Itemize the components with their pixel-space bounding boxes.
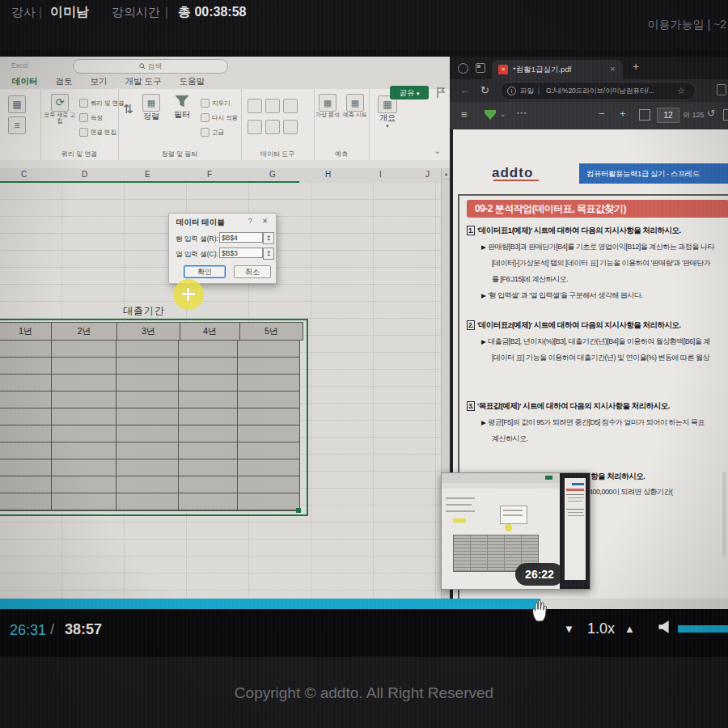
filter-button[interactable]: 필터	[168, 94, 196, 120]
page-view-icon[interactable]	[723, 109, 728, 121]
advanced-label: 고급	[212, 129, 224, 137]
tab-actions-inner	[477, 65, 480, 68]
close-tab-icon[interactable]: ✕	[610, 60, 616, 79]
viewer-logo-caret-icon[interactable]: ⌄	[500, 110, 506, 118]
column-header-g[interactable]: G	[269, 170, 276, 179]
pdf-bullet: ▶'행 입력셀' 과 '열 입력셀'을 구분해서 생각해 봅시다.	[481, 290, 642, 301]
back-icon[interactable]: ←	[459, 84, 470, 96]
sort-button[interactable]: ▦ 정렬	[138, 94, 165, 121]
header-3yr: 3년	[117, 322, 180, 341]
sort-asc-desc-icon[interactable]: ⇅	[123, 102, 133, 116]
mini-dialog-line	[503, 514, 523, 516]
data-validation-icon[interactable]	[248, 120, 262, 134]
progress-bar[interactable]	[0, 599, 728, 609]
ribbon-group-getdata: ▦ ≡	[0, 89, 41, 160]
seek-preview-time: 26:22	[515, 563, 564, 586]
consolidate-icon[interactable]	[265, 120, 280, 134]
mini-row	[446, 497, 475, 499]
remove-duplicates-icon[interactable]	[283, 99, 298, 113]
flag-icon[interactable]	[437, 87, 446, 98]
flash-fill-icon[interactable]	[265, 99, 280, 113]
new-tab-icon[interactable]: +	[633, 60, 639, 73]
close-icon[interactable]: ✕	[262, 217, 268, 225]
row-input-cell-field[interactable]	[219, 232, 263, 243]
pdf-toolbar: ≡ ⌄ ⋯ − + 12 의 125 ↺	[450, 102, 728, 130]
from-table-icon[interactable]: ≡	[8, 116, 26, 134]
outline-button[interactable]: ▦ 개요 ▾	[370, 95, 405, 129]
profile-icon[interactable]	[717, 84, 726, 95]
volume-bar[interactable]	[678, 625, 728, 633]
loan-table-header: 1년 2년 3년 4년 5년	[0, 322, 303, 341]
queries-icon	[79, 99, 88, 108]
relationships-icon[interactable]	[283, 120, 298, 134]
speaker-icon[interactable]	[655, 619, 671, 635]
grid-line	[51, 341, 52, 510]
excel-search-box[interactable]: 검색	[73, 59, 228, 74]
share-label: 공유	[399, 88, 414, 97]
read-aloud-icon[interactable]	[458, 63, 468, 74]
fill-handle[interactable]	[296, 508, 301, 513]
range-picker-icon[interactable]: ↥	[263, 248, 274, 260]
address-bar[interactable]: i 파일 | G:/내%20드라이브/이미남컴퓨터/... ☆	[500, 82, 696, 100]
get-data-icon[interactable]: ▦	[8, 95, 26, 113]
page-number-field[interactable]: 12	[657, 108, 679, 123]
pdf-item-2: 2.'데이터표2(예제)' 시트에 대하여 다음의 지시사항을 처리하시오.	[467, 320, 681, 331]
address-scheme: 파일	[520, 83, 534, 99]
mini-text-line	[568, 497, 584, 498]
info-icon[interactable]: i	[507, 87, 516, 95]
sort-label: 정렬	[138, 112, 165, 121]
pdf-partial-line: 항을 처리하시오.	[590, 472, 645, 482]
zoom-out-icon[interactable]: −	[599, 108, 605, 120]
sort-icon: ▦	[142, 94, 160, 112]
instructor-label: 강사	[11, 5, 36, 20]
tab-actions-icon[interactable]	[476, 63, 485, 73]
share-button[interactable]: 공유 ▾	[390, 86, 429, 99]
column-header-h[interactable]: H	[325, 170, 331, 179]
rotate-icon[interactable]: ↺	[707, 108, 715, 119]
pdf-scrollbar[interactable]	[722, 472, 726, 557]
column-header-j[interactable]: J	[425, 170, 430, 179]
col-input-cell-field[interactable]	[219, 248, 263, 258]
refresh-all-button[interactable]: ⟳ 모두 새로 고침	[42, 94, 78, 125]
edit-links-button[interactable]: 연결 편집	[79, 128, 116, 137]
column-header-f[interactable]: F	[207, 170, 212, 179]
what-if-analysis-button[interactable]: ▦ 가상 분석	[314, 94, 341, 118]
ok-button[interactable]: 확인	[184, 265, 226, 278]
properties-button[interactable]: 속성	[79, 113, 103, 122]
what-if-icon: ▦	[319, 94, 336, 112]
more-options-icon[interactable]: ⋯	[516, 107, 527, 119]
column-header-d[interactable]: D	[82, 170, 87, 179]
player-controls: 26:31 / 38:57 ▼ 1.0x ▲	[0, 609, 728, 657]
text-to-columns-icon[interactable]	[248, 99, 262, 113]
column-header-e[interactable]: E	[145, 170, 150, 179]
page-total-label: 의 125	[683, 110, 705, 121]
bullet-icon: ▶	[481, 419, 485, 426]
advanced-filter-button[interactable]: 고급	[201, 128, 224, 137]
forecast-sheet-button[interactable]: ▦ 예측 시트	[341, 94, 369, 118]
item-number: 3.	[467, 401, 475, 411]
mini-text-line	[566, 494, 584, 495]
speed-up-icon[interactable]: ▲	[624, 623, 635, 635]
toc-menu-icon[interactable]: ≡	[461, 108, 468, 121]
viewer-logo-icon[interactable]	[484, 109, 497, 121]
range-picker-icon[interactable]: ↥	[263, 232, 274, 244]
fit-page-icon[interactable]	[639, 109, 650, 121]
playback-speed[interactable]: 1.0x	[587, 620, 615, 637]
excel-window: Excel 검색 데이터 검토 보기 개발 도구 도움말 ▦ ≡ ⟳ 모두 새로…	[0, 57, 450, 599]
ribbon-collapse-icon[interactable]: ⌄	[434, 146, 441, 156]
column-header-c[interactable]: C	[21, 170, 27, 179]
dialog-title: 데이터 테이블	[176, 218, 225, 228]
zoom-in-icon[interactable]: +	[620, 108, 626, 120]
help-icon[interactable]: ?	[248, 217, 252, 225]
column-header-i[interactable]: I	[379, 170, 382, 179]
cancel-button[interactable]: 취소	[234, 265, 271, 278]
edit-links-icon	[79, 128, 88, 137]
favorite-star-icon[interactable]: ☆	[677, 83, 685, 99]
reload-icon[interactable]: ↻	[480, 84, 489, 96]
clear-filter-button[interactable]: 지우기	[201, 99, 231, 108]
filter-label: 필터	[168, 110, 196, 120]
speed-down-icon[interactable]: ▼	[564, 623, 574, 635]
reapply-button[interactable]: 다시 적용	[201, 113, 238, 122]
scroll-up-icon[interactable]: ▴	[442, 168, 450, 180]
browser-tab[interactable]: ≡ *컴활1급실기.pdf ✕	[492, 60, 623, 79]
